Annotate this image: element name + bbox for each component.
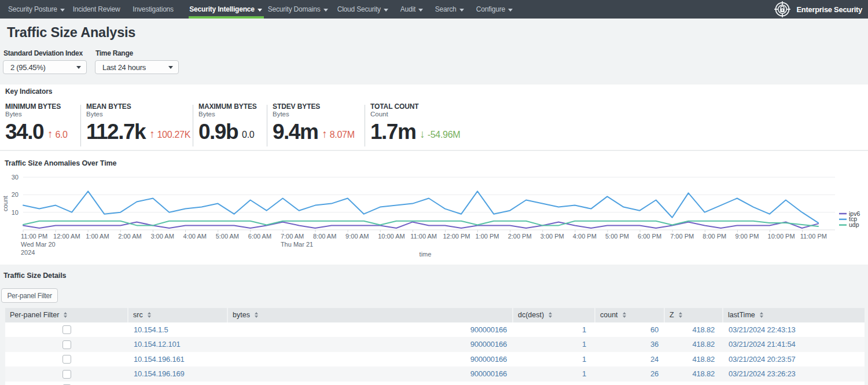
row-checkbox[interactable] (62, 325, 71, 334)
cell-src[interactable]: 10.154.1.5 (134, 325, 168, 334)
cell-bytes[interactable]: 900000166 (470, 340, 507, 349)
column-header-label: dc(dest) (518, 311, 544, 319)
enterprise-security-logo-icon (774, 1, 791, 18)
cell-dc_dest[interactable]: 1 (582, 340, 586, 349)
column-header-dc-dest-[interactable]: dc(dest) (513, 308, 595, 322)
column-header-per-panel-filter[interactable]: Per-panel Filter (5, 308, 128, 322)
delta-up-arrow-icon: ↑ (47, 128, 53, 140)
column-header-lasttime[interactable]: lastTime (723, 308, 865, 322)
nav-item-security-posture[interactable]: Security Posture (8, 0, 65, 19)
kpi-value: 9.4m (273, 121, 318, 142)
row-checkbox[interactable] (62, 370, 71, 379)
y-tick-label: 10 (12, 209, 19, 216)
dropdown-value: Last 24 hours (102, 63, 146, 72)
sort-up-arrow-icon (623, 312, 626, 314)
chevron-down-icon (418, 9, 423, 12)
y-tick-label: 20 (12, 191, 19, 198)
details-table: Per-panel Filtersrcbytesdc(dest)countZla… (5, 308, 865, 385)
cell-bytes[interactable]: 900000166 (470, 355, 507, 364)
kpi-subtitle: Bytes (5, 111, 81, 118)
x-tick-label: 2:00 PM (508, 233, 532, 240)
chart-panel: Traffic Size Anomalies Over Time 102030c… (0, 151, 868, 265)
chevron-down-icon (258, 9, 262, 12)
sort-down-arrow-icon (64, 316, 67, 318)
x-tick-label: 10:00 AM (378, 233, 404, 240)
cell-dc_dest[interactable]: 1 (582, 369, 586, 378)
sort-up-arrow-icon (760, 312, 763, 314)
filter-dropdown[interactable]: Last 24 hours (95, 60, 179, 74)
cell-src[interactable]: 10.154.12.101 (134, 340, 181, 349)
sort-icon (148, 312, 151, 318)
row-checkbox[interactable] (62, 340, 71, 349)
nav-item-search[interactable]: Search (435, 0, 464, 19)
cell-lastTime[interactable]: 03/21/2024 22:43:13 (729, 325, 795, 334)
x-tick-label: 3:00 AM (150, 233, 174, 240)
sort-down-arrow-icon (679, 316, 682, 318)
nav-item-incident-review[interactable]: Incident Review (73, 0, 120, 19)
x-tick-label: 7:00 PM (670, 233, 694, 240)
legend-label-udp[interactable]: udp (849, 221, 859, 228)
x-axis-label: time (420, 251, 432, 258)
filter-dropdown[interactable]: 2 (95.45%) (3, 60, 87, 74)
column-header-bytes[interactable]: bytes (227, 308, 513, 322)
per-panel-filter-button[interactable]: Per-panel Filter (1, 288, 58, 303)
cell-z[interactable]: 418.82 (692, 355, 715, 364)
kpi-subtitle: Bytes (273, 111, 365, 118)
column-header-count[interactable]: count (595, 308, 664, 322)
kpi-card-maximum-bytes: MAXIMUM BYTESBytes0.9b0.0 (193, 103, 267, 143)
cell-bytes[interactable]: 900000166 (470, 369, 507, 378)
column-header-src[interactable]: src (128, 308, 227, 322)
nav-item-label: Configure (476, 5, 505, 13)
column-header-label: lastTime (728, 311, 755, 319)
nav-item-security-domains[interactable]: Security Domains (268, 0, 328, 19)
x-tick-label: 11:00 PM (21, 233, 47, 240)
nav-item-investigations[interactable]: Investigations (133, 0, 174, 19)
brand-name: Enterprise Security (796, 5, 862, 14)
sort-down-arrow-icon (760, 316, 763, 318)
cell-lastTime[interactable]: 03/21/2024 20:23:57 (729, 355, 795, 364)
column-header-label: bytes (233, 311, 250, 319)
cell-count[interactable]: 60 (650, 325, 659, 334)
cell-dc_dest[interactable]: 1 (582, 325, 586, 334)
kpi-title: MAXIMUM BYTES (198, 103, 267, 110)
cell-count[interactable]: 36 (650, 340, 659, 349)
column-header-z[interactable]: Z (664, 308, 723, 322)
cell-count[interactable]: 24 (650, 355, 659, 364)
nav-item-configure[interactable]: Configure (476, 0, 513, 19)
cell-bytes[interactable]: 900000166 (470, 325, 507, 334)
kpi-title: MEAN BYTES (86, 103, 193, 110)
x-tick-label: 7:00 AM (281, 233, 304, 240)
key-indicators-panel: Key Indicators MINIMUM BYTESBytes34.0↑ 6… (0, 85, 868, 151)
cell-src[interactable]: 10.154.196.161 (134, 355, 185, 364)
row-checkbox[interactable] (62, 355, 71, 364)
cell-dc_dest[interactable]: 1 (582, 355, 586, 364)
kpi-title: MINIMUM BYTES (5, 103, 81, 110)
column-header-label: src (133, 311, 143, 319)
active-tab-underline (189, 16, 264, 19)
x-tick-label: 12:00 AM (53, 233, 80, 240)
sort-down-arrow-icon (623, 316, 626, 318)
cell-count[interactable]: 26 (650, 369, 659, 378)
sort-icon (623, 312, 626, 318)
nav-item-label: Security Intelligence (189, 5, 255, 13)
table-row: 10.154.1.5900000166160418.8203/21/2024 2… (5, 322, 865, 338)
details-section: Traffic Size Details Per-panel Filter Pe… (0, 265, 868, 385)
cell-z[interactable]: 418.82 (692, 325, 715, 334)
table-row: 10.154.196.169900000166126418.8203/21/20… (5, 366, 865, 382)
cell-lastTime[interactable]: 03/21/2024 23:26:23 (729, 369, 795, 378)
kpi-value: 0.9b (198, 121, 238, 142)
x-tick-label: 5:00 PM (605, 233, 629, 240)
x-tick-sublabel: 2024 (21, 249, 35, 256)
x-tick-label: 12:00 PM (443, 233, 470, 240)
x-tick-label: 10:00 PM (768, 233, 795, 240)
line-chart[interactable]: 102030count11:00 PM12:00 AM1:00 AM2:00 A… (0, 151, 868, 265)
cell-z[interactable]: 418.82 (692, 369, 715, 378)
nav-item-cloud-security[interactable]: Cloud Security (337, 0, 388, 19)
kpi-delta-value: 6.0 (55, 130, 67, 140)
nav-item-audit[interactable]: Audit (400, 0, 423, 19)
cell-lastTime[interactable]: 03/21/2024 21:41:54 (729, 340, 795, 349)
cell-z[interactable]: 418.82 (692, 340, 715, 349)
nav-item-security-intelligence[interactable]: Security Intelligence (189, 0, 262, 19)
cell-src[interactable]: 10.154.196.169 (134, 369, 185, 378)
x-tick-label: 4:00 AM (183, 233, 207, 240)
